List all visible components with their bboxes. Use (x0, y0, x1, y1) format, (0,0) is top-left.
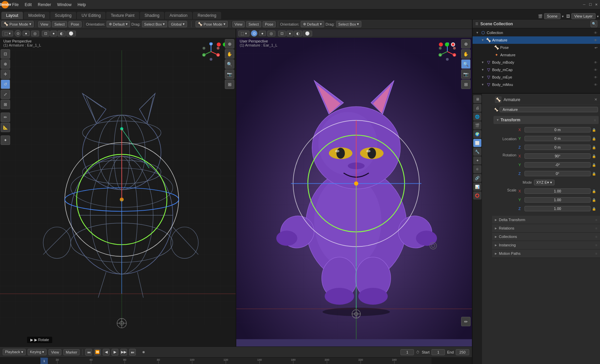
annotation-btn-r[interactable]: ✏ (461, 317, 471, 326)
location-z[interactable]: 0 m (524, 145, 591, 150)
object-tab-btn[interactable]: ⬜ (473, 139, 481, 147)
eye-icon-collection[interactable]: 👁 (594, 31, 597, 35)
menu-render[interactable]: Render (35, 2, 54, 8)
eye-icon-mmou[interactable]: 👁 (594, 83, 597, 87)
lock-z-loc[interactable]: 🔒 (592, 146, 596, 149)
expand-body-mcap[interactable]: ▼ (481, 68, 485, 72)
location-y[interactable]: 0 m (524, 136, 591, 141)
zoom-btn-r[interactable]: 🔍 (461, 59, 471, 69)
solid-mode-btn[interactable]: ● (50, 31, 57, 36)
output-tab-btn[interactable]: 🖨 (473, 104, 481, 112)
tab-uv-editing[interactable]: UV Editing (77, 12, 106, 19)
scale-x[interactable]: 1.00 (524, 188, 591, 194)
armature-name-field[interactable]: Armature (500, 107, 598, 112)
start-value[interactable]: 1 (431, 349, 445, 355)
vp-left-content[interactable] (0, 29, 236, 346)
world-tab-btn[interactable]: 🌍 (473, 130, 481, 138)
next-frame-btn[interactable]: ▶▶ (120, 349, 127, 356)
lp-mode-btn-r[interactable]: ◐ (294, 31, 302, 36)
keying-btn[interactable]: Keying ▾ (28, 349, 47, 355)
eye-icon-meye[interactable]: 👁 (594, 75, 597, 79)
frame-current[interactable]: 1 (400, 349, 414, 355)
cursor-tool-btn[interactable]: ⊕ (1, 59, 10, 69)
right-view-btn[interactable]: View (232, 21, 245, 27)
modifier-tab-btn[interactable]: 🔧 (473, 148, 481, 156)
camera-view-btn[interactable]: 📷 (225, 69, 234, 79)
expand-body-mbody[interactable]: ▼ (481, 60, 485, 64)
outliner-item-body-mmou[interactable]: ▼ ▽ Body_mMou 👁 (473, 81, 600, 88)
expand-collection[interactable]: ▼ (475, 31, 479, 35)
rotation-x[interactable]: 90° (524, 153, 591, 159)
solid-mode-btn-r[interactable]: ● (287, 31, 294, 36)
zoom-btn[interactable]: 🔍 (225, 59, 234, 69)
left-pose-btn[interactable]: Pose (68, 21, 82, 27)
annotate-tool-btn[interactable]: ✏ (1, 113, 10, 122)
lock-y-rot[interactable]: 🔒 (592, 163, 596, 167)
rotation-y[interactable]: -0° (524, 162, 591, 168)
viewport-left[interactable]: ⬚ ⊙ ● ◎ ⊡ ● ◐ ⚪ User Perspective (0, 29, 236, 346)
prev-frame-btn[interactable]: ◀ (103, 349, 110, 356)
lp-mode-btn[interactable]: ◐ (58, 31, 66, 36)
vp-left-viewport-btn[interactable]: ⬚ (2, 31, 13, 36)
menu-help[interactable]: Help (75, 2, 89, 8)
tab-modeling[interactable]: Modeling (24, 12, 50, 19)
outliner-item-armature[interactable]: ▼ 🦴 Armature 👁 (473, 36, 600, 44)
viewport-right[interactable]: ⬚ ⊙ ● ◎ ⊡ ● ◐ ⚪ User Perspective (1) Arm… (236, 29, 472, 346)
view-layer-selector[interactable]: View Layer (571, 13, 596, 19)
vp-left-mode-btn[interactable]: ● (23, 31, 30, 36)
lock-y-scale[interactable]: 🔒 (592, 198, 596, 202)
menu-window[interactable]: Window (54, 2, 74, 8)
vp-right-overlay-btn[interactable]: ◎ (267, 31, 275, 36)
menu-file[interactable]: File (9, 2, 21, 8)
tab-texture-paint[interactable]: Texture Paint (106, 12, 139, 19)
expand-armature[interactable]: ▼ (481, 38, 485, 42)
close-button[interactable]: ✕ (594, 2, 599, 7)
outliner-item-pose[interactable]: 🦴 Pose ↩ (473, 44, 600, 51)
hand-btn[interactable]: ✋ (225, 49, 234, 59)
rotation-mode-select[interactable]: XYZ E▾ (534, 180, 554, 185)
transform-tool-btn[interactable]: ⊞ (1, 100, 10, 109)
rotate-tool-btn[interactable]: ↺ (1, 80, 10, 89)
blender-logo[interactable]: Blender (1, 1, 9, 8)
play-btn[interactable]: ▶ (112, 349, 118, 356)
maximize-button[interactable]: ☐ (588, 2, 593, 7)
constraints-tab-btn[interactable]: 🔗 (473, 174, 481, 182)
frame-scrubber[interactable]: 20 40 60 80 100 120 140 1 (0, 357, 472, 364)
physics-tab-btn[interactable]: ⚛ (473, 165, 481, 173)
measure-tool-btn[interactable]: 📐 (1, 123, 10, 132)
scene-tab-btn[interactable]: 🎬 (473, 121, 481, 129)
pose-tools-btn[interactable]: ✦ (1, 135, 10, 145)
motion-paths-header[interactable]: ▶ Motion Paths ≡ (492, 249, 600, 257)
left-view-btn[interactable]: View (38, 21, 51, 27)
zoom-fit-btn-r[interactable]: ⊕ (461, 39, 471, 49)
right-mode-btn[interactable]: 🦴 Pose Mode ▾ (196, 21, 228, 27)
relations-header[interactable]: ▶ Relations ≡ (492, 224, 600, 232)
wireframe-mode-btn[interactable]: ⊡ (42, 31, 50, 36)
ortho-btn[interactable]: ⊞ (225, 80, 234, 89)
vp-left-overlay-btn[interactable]: ◎ (31, 31, 39, 36)
ortho-btn-r[interactable]: ⊞ (461, 80, 471, 89)
right-select-btn[interactable]: Select (246, 21, 261, 27)
data-tab-btn[interactable]: 📊 (473, 183, 481, 191)
tab-sculpting[interactable]: Sculpting (50, 12, 76, 19)
hand-btn-r[interactable]: ✋ (461, 49, 471, 59)
lock-z-rot[interactable]: 🔒 (592, 172, 596, 176)
right-orientation-btn[interactable]: ⊕ Default ▾ (301, 21, 324, 27)
render-mode-btn[interactable]: ⚪ (66, 31, 76, 36)
camera-view-btn-r[interactable]: 📷 (461, 69, 471, 79)
vp-right-wire-btn[interactable]: ⊙ (251, 30, 258, 37)
eye-icon-body[interactable]: 👁 (594, 61, 597, 64)
end-value[interactable]: 250 (456, 349, 469, 355)
vp-left-wire-btn[interactable]: ⊙ (14, 30, 21, 37)
go-start-btn[interactable]: ⏮ (85, 349, 92, 356)
lock-x-loc[interactable]: 🔒 (592, 128, 596, 132)
vp-right-content[interactable] (236, 29, 472, 346)
rotation-z[interactable]: 0° (524, 171, 591, 176)
lock-z-scale[interactable]: 🔒 (592, 207, 596, 211)
outliner-filter-btn[interactable]: 🔍 (591, 21, 597, 27)
render-mode-btn-r[interactable]: ⚪ (303, 31, 312, 36)
vp-right-viewport-btn[interactable]: ⬚ (238, 31, 249, 36)
lock-x-rot[interactable]: 🔒 (592, 154, 596, 158)
step-back-btn[interactable]: ⏪ (94, 349, 101, 356)
location-x[interactable]: 0 m (524, 127, 591, 132)
